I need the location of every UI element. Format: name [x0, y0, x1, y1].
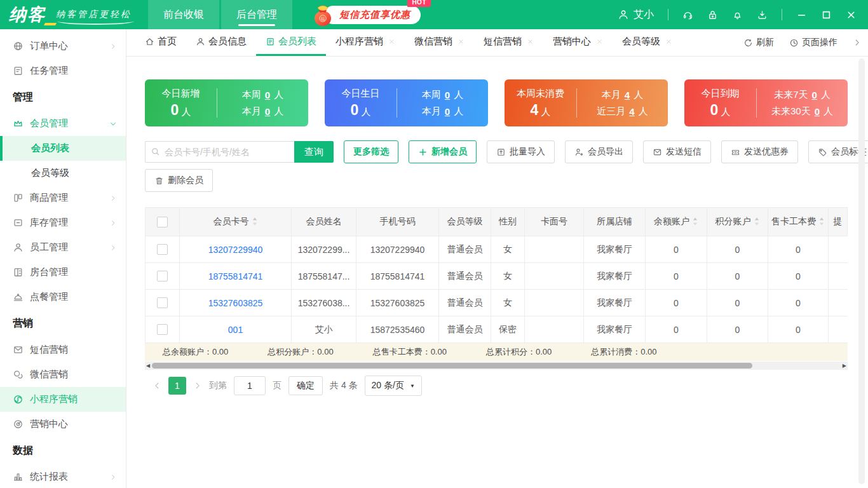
vertical-scrollbar-track[interactable]	[858, 58, 865, 484]
toolbar-button-4[interactable]: 发送短信	[643, 140, 711, 163]
card-detail-value[interactable]: 4	[625, 90, 630, 100]
page-ops-button[interactable]: 页面操作	[789, 37, 837, 48]
minimize-button[interactable]	[796, 10, 807, 20]
cell-gender: 女	[491, 290, 525, 316]
sms-promo-banner[interactable]: 福 短信充值享优惠 HOT	[311, 2, 421, 27]
column-header-3[interactable]: 会员等级	[439, 208, 491, 236]
sidebar-item-1[interactable]: 任务管理	[0, 58, 126, 83]
member-card-link[interactable]: 13207229940	[208, 245, 263, 255]
card-detail-value[interactable]: 4	[629, 106, 634, 117]
maximize-button[interactable]	[821, 10, 832, 20]
sidebar-item-17[interactable]: 统计报表	[0, 464, 126, 488]
sidebar-item-9[interactable]: 房台管理	[0, 260, 126, 285]
tab-3[interactable]: 小程序营销	[326, 29, 405, 56]
sort-icon[interactable]	[252, 217, 258, 228]
topnav-item-1[interactable]: 后台管理	[221, 0, 292, 29]
toolbar-button-3[interactable]: 会员导出	[565, 140, 633, 163]
close-tab-icon[interactable]	[527, 38, 534, 45]
sidebar-item-10[interactable]: 点餐管理	[0, 285, 126, 309]
member-card-link[interactable]: 18755814741	[208, 271, 263, 281]
sidebar-item-5[interactable]: 会员等级	[0, 161, 126, 186]
column-header-4[interactable]: 性别	[491, 208, 525, 236]
download-icon[interactable]	[757, 10, 768, 20]
scroll-right-icon[interactable]: ▶	[843, 363, 846, 369]
card-detail-value[interactable]: 0	[445, 90, 450, 100]
row-checkbox[interactable]	[157, 297, 168, 308]
card-detail-value[interactable]: 0	[815, 106, 820, 117]
toolbar-button-2[interactable]: 批量导入	[487, 140, 555, 163]
sort-icon[interactable]	[692, 217, 698, 228]
member-card-link[interactable]: 15327603825	[208, 298, 263, 308]
column-header-10[interactable]: 提	[829, 208, 848, 236]
sidebar-item-8[interactable]: 员工管理	[0, 235, 126, 260]
tab-0[interactable]: 首页	[135, 29, 186, 56]
sidebar-item-6[interactable]: 商品管理	[0, 186, 126, 210]
tab-4[interactable]: 微信营销	[405, 29, 474, 56]
delete-member-button[interactable]: 删除会员	[145, 169, 213, 192]
card-detail-value[interactable]: 0	[265, 90, 270, 100]
topnav-item-0[interactable]: 前台收银	[148, 0, 219, 29]
member-card-link[interactable]: 001	[228, 325, 243, 335]
tab-7[interactable]: 会员等级	[613, 29, 682, 56]
refresh-button[interactable]: 刷新	[743, 37, 774, 48]
sidebar-item-15[interactable]: 营销中心	[0, 412, 126, 437]
lock-icon[interactable]	[707, 10, 718, 20]
close-tab-icon[interactable]	[596, 38, 603, 45]
card-detail-value[interactable]: 0	[812, 90, 817, 100]
search-input[interactable]	[145, 141, 294, 163]
column-header-8[interactable]: 积分账户	[707, 208, 768, 236]
sort-icon[interactable]	[818, 217, 825, 228]
column-header-0[interactable]: 会员卡号	[180, 208, 292, 236]
column-header-7[interactable]: 余额账户	[646, 208, 707, 236]
search-button[interactable]: 查询	[294, 141, 334, 163]
staff-icon	[13, 242, 24, 253]
sidebar-item-13[interactable]: 微信营销	[0, 362, 126, 387]
sidebar-item-0[interactable]: 订单中心	[0, 34, 126, 58]
page-size-select[interactable]: 20 条/页 ▼	[365, 376, 422, 396]
tab-6[interactable]: 营销中心	[543, 29, 613, 56]
confirm-button[interactable]: 确定	[288, 376, 323, 395]
column-header-2[interactable]: 手机号码	[356, 208, 439, 236]
sidebar-item-14[interactable]: 小程序营销	[0, 387, 126, 412]
sidebar-item-7[interactable]: 库存管理	[0, 210, 126, 235]
toolbar-button-1[interactable]: 新增会员	[409, 140, 477, 163]
card-detail-value[interactable]: 0	[445, 106, 450, 117]
card-detail: 本月 0 人	[242, 105, 283, 118]
column-header-6[interactable]: 所属店铺	[584, 208, 646, 236]
goto-page-input[interactable]	[234, 376, 266, 395]
bell-icon[interactable]	[732, 10, 743, 20]
row-checkbox[interactable]	[157, 324, 168, 335]
card-detail-value[interactable]: 0	[265, 106, 270, 117]
horizontal-scrollbar[interactable]: ◀ ▶	[145, 362, 848, 370]
tab-5[interactable]: 短信营销	[474, 29, 543, 56]
sidebar: 订单中心 任务管理 管理 会员管理 会员	[0, 29, 126, 488]
column-header-5[interactable]: 卡面号	[525, 208, 584, 236]
scroll-left-icon[interactable]: ◀	[146, 363, 150, 369]
toolbar-button-5[interactable]: 发送优惠券	[721, 140, 798, 163]
close-button[interactable]	[846, 10, 857, 20]
trash-icon	[154, 176, 164, 186]
row-checkbox[interactable]	[157, 271, 168, 281]
headset-icon[interactable]	[682, 10, 693, 20]
sidebar-item-12[interactable]: 短信营销	[0, 337, 126, 362]
close-tab-icon[interactable]	[665, 38, 672, 45]
scrollbar-thumb[interactable]	[152, 363, 752, 369]
toolbar-button-0[interactable]: 更多筛选	[344, 140, 398, 163]
column-header-1[interactable]: 会员姓名	[292, 208, 356, 236]
tab-2[interactable]: 会员列表	[256, 29, 326, 56]
sidebar-item-4[interactable]: 会员列表	[0, 136, 126, 161]
cell-level: 普通会员	[439, 316, 491, 343]
row-checkbox[interactable]	[157, 244, 168, 255]
tab-1[interactable]: 会员信息	[186, 29, 256, 56]
next-page-button[interactable]	[193, 381, 202, 390]
close-tab-icon[interactable]	[458, 38, 465, 45]
page-number-1[interactable]: 1	[168, 377, 186, 395]
sidebar-item-3[interactable]: 会员管理	[0, 111, 126, 136]
column-header-9[interactable]: 售卡工本费	[768, 208, 829, 236]
user-menu[interactable]: 艾小	[618, 8, 654, 22]
sort-icon[interactable]	[754, 217, 760, 228]
select-all-checkbox[interactable]	[157, 217, 168, 227]
tabs-overflow-icon[interactable]	[853, 38, 862, 47]
close-tab-icon[interactable]	[388, 38, 395, 45]
prev-page-button[interactable]	[153, 381, 161, 390]
